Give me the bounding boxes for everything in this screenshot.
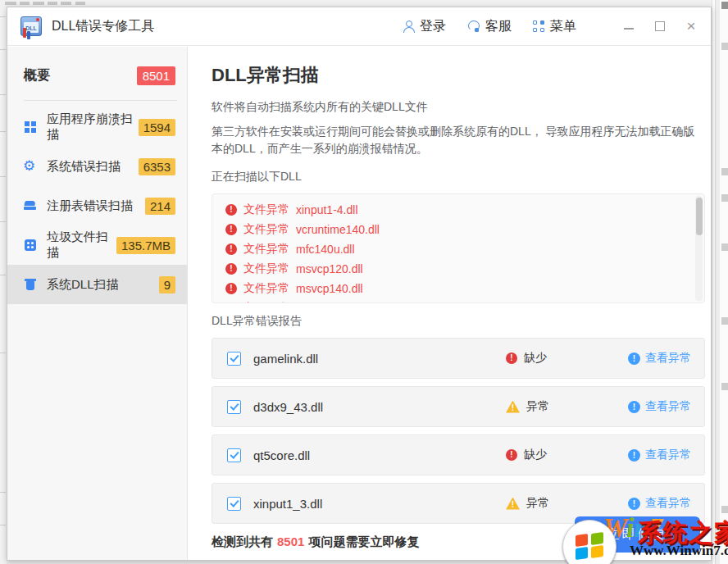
sidebar-item-icon — [24, 278, 37, 291]
view-anomaly-link[interactable]: 查看异常 — [628, 399, 691, 414]
row-checkbox[interactable] — [227, 448, 241, 462]
main-content: DLL异常扫描 软件将自动扫描系统内所有的关键DLL文件 第三方软件在安装或运行… — [189, 47, 711, 560]
error-circle-icon — [225, 243, 237, 255]
scan-item: 文件异常 xinput1-4.dll — [225, 200, 704, 220]
sidebar-item-icon — [24, 199, 37, 212]
app-window: DLL DLL错误专修工具 登录 客服 菜单 × 概要 — [7, 7, 712, 561]
sidebar-item-label: 应用程序崩溃扫描 — [47, 111, 139, 143]
sidebar-item-label: 系统DLL扫描 — [47, 277, 119, 293]
app-logo-icon: DLL — [20, 16, 42, 36]
window-controls: × — [622, 20, 698, 33]
login-button[interactable]: 登录 — [403, 18, 446, 35]
scan-item-prefix: 文件异常 — [243, 242, 289, 257]
scan-result-panel: 文件异常 xinput1-4.dll 文件异常 vcruntime140.dll… — [212, 193, 705, 303]
info-circle-icon — [628, 401, 640, 413]
error-circle-icon — [225, 283, 237, 294]
user-icon — [403, 20, 414, 33]
sidebar-item-icon — [24, 160, 37, 173]
row-checkbox[interactable] — [227, 497, 241, 511]
sidebar-item[interactable]: 系统DLL扫描 9 — [7, 265, 187, 304]
background-window-left-strip — [0, 7, 7, 564]
view-anomaly-link[interactable]: 查看异常 — [628, 448, 691, 462]
overview-label: 概要 — [24, 67, 50, 84]
grid-menu-icon — [533, 20, 544, 32]
dll-file-name: xinput1_3.dll — [253, 497, 322, 511]
table-row: qt5core.dll 缺少 查看异常 — [212, 434, 705, 475]
info-circle-icon — [628, 498, 640, 510]
sidebar-item-label: 注册表错误扫描 — [47, 198, 133, 214]
scan-item: 文件异常 msvcp120.dll — [225, 259, 704, 279]
sidebar-item-badge: 214 — [145, 198, 175, 215]
sidebar-item-icon — [24, 121, 37, 134]
scan-item: 文件异常 vcruntime140.dll — [225, 220, 704, 239]
sidebar-item-badge: 6353 — [139, 158, 175, 175]
error-circle-icon — [225, 302, 237, 303]
scan-item-prefix: 文件异常 — [243, 262, 289, 276]
sidebar-items: 应用程序崩溃扫描 1594 系统错误扫描 6353 注册表错误扫描 214 垃圾… — [7, 107, 187, 304]
sidebar: 概要 8501 应用程序崩溃扫描 1594 系统错误扫描 6353 注册表错误扫… — [7, 47, 188, 560]
status-badge: 异常 — [506, 496, 549, 511]
sidebar-item-badge: 1594 — [139, 119, 175, 136]
repair-now-button[interactable]: 立即修复 — [575, 516, 700, 553]
report-label: DLL异常错误报告 — [212, 314, 705, 329]
sidebar-item[interactable]: 应用程序崩溃扫描 1594 — [7, 107, 187, 147]
sidebar-item-overview[interactable]: 概要 8501 — [7, 47, 187, 100]
sidebar-item-label: 系统错误扫描 — [47, 159, 121, 175]
status-label: 缺少 — [524, 351, 547, 366]
background-window-right-strip — [712, 0, 728, 564]
sidebar-item-badge: 135.7MB — [116, 237, 175, 254]
customer-service-button[interactable]: 客服 — [467, 18, 512, 35]
close-button[interactable]: × — [685, 20, 698, 33]
scrollbar-thumb[interactable] — [696, 198, 703, 235]
status-label: 异常 — [526, 496, 549, 511]
view-anomaly-link[interactable]: 查看异常 — [628, 351, 691, 366]
scan-item-prefix: 文件异常 — [243, 301, 289, 303]
error-circle-icon — [225, 224, 237, 235]
status-badge: 缺少 — [506, 448, 547, 462]
error-circle-icon — [225, 204, 237, 216]
missing-status-icon — [506, 352, 517, 364]
sidebar-item[interactable]: 系统错误扫描 6353 — [7, 147, 187, 186]
sidebar-item[interactable]: 垃圾文件扫描 135.7MB — [7, 225, 187, 265]
status-badge: 异常 — [506, 399, 549, 414]
view-anomaly-label: 查看异常 — [645, 448, 691, 462]
scan-item-file: mfc140u.dll — [296, 243, 355, 256]
description-line-2: 第三方软件在安装或运行期间可能会替换或删除系统原有的DLL， 导致应用程序无法加… — [212, 123, 705, 157]
sidebar-divider — [24, 100, 177, 101]
view-anomaly-label: 查看异常 — [645, 496, 691, 511]
maximize-button[interactable] — [653, 20, 667, 33]
sidebar-item[interactable]: 注册表错误扫描 214 — [7, 186, 187, 225]
warning-status-icon — [506, 401, 520, 413]
summary-prefix: 检测到共有 — [212, 534, 273, 548]
status-label: 缺少 — [524, 448, 547, 462]
info-circle-icon — [628, 352, 640, 365]
error-circle-icon — [225, 263, 237, 275]
view-anomaly-link[interactable]: 查看异常 — [628, 496, 691, 511]
scan-item-prefix: 文件异常 — [243, 222, 289, 237]
scan-item-prefix: 文件异常 — [243, 281, 289, 296]
minimize-button[interactable] — [622, 20, 635, 33]
sidebar-item-label: 垃圾文件扫描 — [47, 230, 116, 261]
table-row: gamelink.dll 缺少 查看异常 — [212, 338, 705, 379]
dll-file-name: d3dx9_43.dll — [253, 400, 323, 414]
menu-button[interactable]: 菜单 — [533, 18, 576, 35]
overview-badge: 8501 — [137, 66, 175, 85]
service-label: 客服 — [485, 18, 512, 35]
scan-item-file: msvcp140.dll — [296, 282, 363, 295]
missing-status-icon — [506, 449, 517, 461]
row-checkbox[interactable] — [227, 400, 241, 414]
description-line-1: 软件将自动扫描系统内所有的关键DLL文件 — [212, 98, 705, 116]
scan-item-file: vcruntime140.dll — [296, 223, 380, 236]
scan-item-prefix: 文件异常 — [243, 202, 289, 217]
row-checkbox[interactable] — [227, 352, 241, 366]
scan-panel-scrollbar[interactable] — [695, 196, 703, 301]
headset-icon — [467, 20, 480, 32]
login-label: 登录 — [420, 18, 446, 35]
scan-item-file: msvcp120.dll — [296, 262, 363, 275]
sidebar-item-badge: 9 — [159, 276, 175, 293]
status-label: 异常 — [526, 399, 549, 414]
menu-label: 菜单 — [550, 18, 576, 35]
background-window-top-strip — [0, 0, 728, 7]
scan-item: 文件异常 xinput1_3.dll — [225, 298, 704, 303]
report-row-list: gamelink.dll 缺少 查看异常 d3dx9_43.dll — [212, 338, 705, 524]
